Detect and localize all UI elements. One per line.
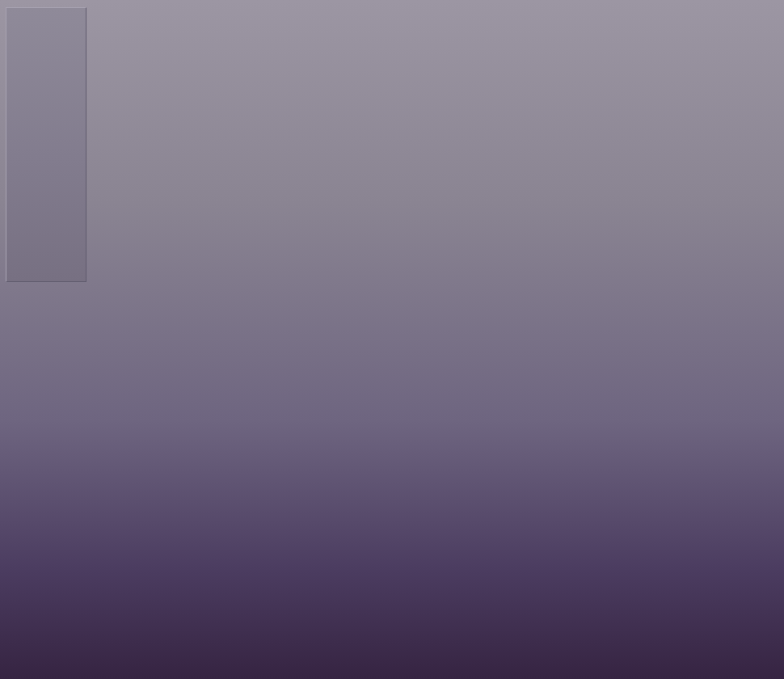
legend-values — [35, 19, 83, 256]
colorbar-legend[interactable] — [6, 7, 86, 282]
legend-body — [11, 19, 83, 256]
field-plot-viewport[interactable] — [0, 0, 784, 679]
colorbar — [11, 19, 31, 256]
